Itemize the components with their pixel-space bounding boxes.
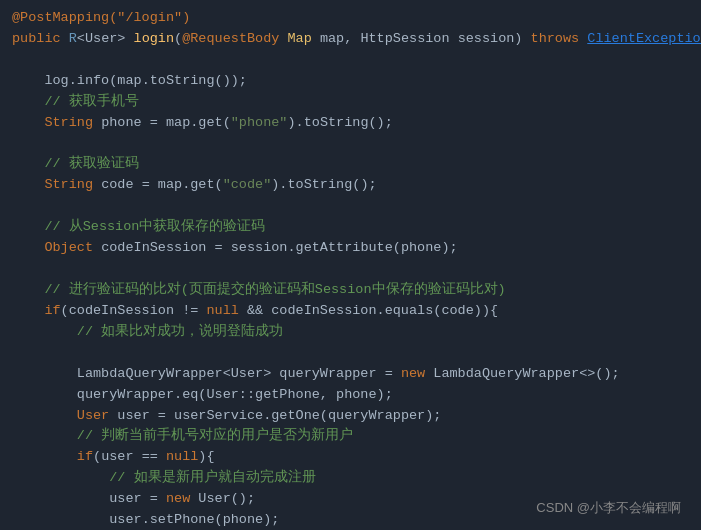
code-line: // 获取手机号 <box>12 92 689 113</box>
code-line: @PostMapping("/login") <box>12 8 689 29</box>
code-line <box>12 50 689 71</box>
code-line: Object codeInSession = session.getAttrib… <box>12 238 689 259</box>
code-line: LambdaQueryWrapper<User> queryWrapper = … <box>12 364 689 385</box>
code-editor: @PostMapping("/login")public R<User> log… <box>0 0 701 530</box>
code-line: log.info(map.toString()); <box>12 71 689 92</box>
code-line <box>12 196 689 217</box>
code-line: // 判断当前手机号对应的用户是否为新用户 <box>12 426 689 447</box>
code-line: if(user == null){ <box>12 447 689 468</box>
code-line: public R<User> login(@RequestBody Map ma… <box>12 29 689 50</box>
code-line: String phone = map.get("phone").toString… <box>12 113 689 134</box>
code-line <box>12 259 689 280</box>
code-line: // 从Session中获取保存的验证码 <box>12 217 689 238</box>
code-line: String code = map.get("code").toString()… <box>12 175 689 196</box>
code-line <box>12 134 689 155</box>
code-content: @PostMapping("/login")public R<User> log… <box>12 8 689 530</box>
code-line: // 进行验证码的比对(页面提交的验证码和Session中保存的验证码比对) <box>12 280 689 301</box>
watermark: CSDN @小李不会编程啊 <box>536 498 681 518</box>
code-line <box>12 343 689 364</box>
code-line: if(codeInSession != null && codeInSessio… <box>12 301 689 322</box>
code-line: // 如果是新用户就自动完成注册 <box>12 468 689 489</box>
code-line: User user = userService.getOne(queryWrap… <box>12 406 689 427</box>
code-line: // 获取验证码 <box>12 154 689 175</box>
code-line: // 如果比对成功，说明登陆成功 <box>12 322 689 343</box>
code-line: queryWrapper.eq(User::getPhone, phone); <box>12 385 689 406</box>
